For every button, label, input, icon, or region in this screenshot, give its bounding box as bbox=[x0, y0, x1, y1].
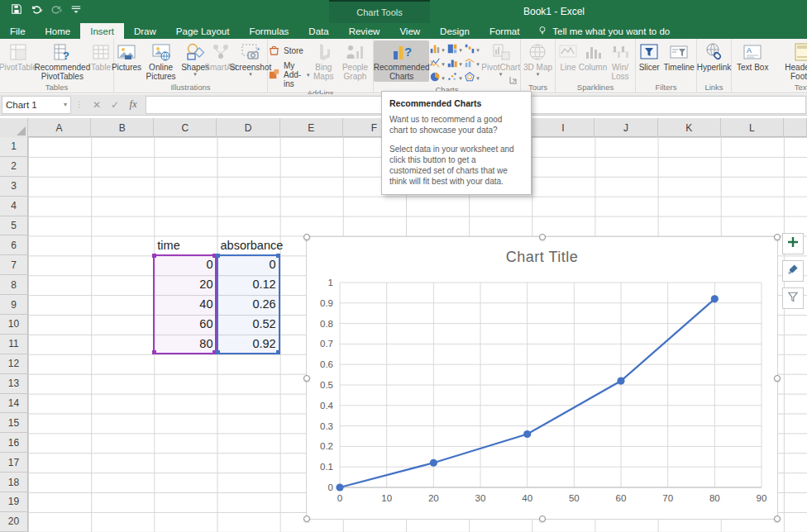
screenshot-button[interactable]: +Screenshot▾ bbox=[234, 40, 267, 78]
store-button[interactable]: Store bbox=[268, 44, 310, 58]
dialog-launcher-icon[interactable] bbox=[509, 73, 518, 82]
row-header-20[interactable]: 20 bbox=[0, 512, 28, 532]
insert-pie-chart-button[interactable]: ▾ bbox=[429, 71, 446, 85]
row-header-11[interactable]: 11 bbox=[0, 335, 28, 354]
tab-formulas[interactable]: Formulas bbox=[239, 23, 298, 39]
column-header-j[interactable]: J bbox=[595, 118, 657, 137]
row-header-4[interactable]: 4 bbox=[0, 197, 28, 216]
row-header-15[interactable]: 15 bbox=[0, 413, 28, 433]
tab-review[interactable]: Review bbox=[339, 23, 390, 39]
timeline-button[interactable]: Timeline bbox=[662, 40, 695, 73]
insert-treemap-chart-button[interactable]: ▾ bbox=[446, 43, 464, 57]
row-header-6[interactable]: 6 bbox=[0, 235, 28, 255]
row-header-10[interactable]: 10 bbox=[0, 315, 28, 335]
redo-button[interactable]: ▾ bbox=[48, 2, 64, 19]
cell-d9[interactable]: 0.26 bbox=[217, 295, 280, 315]
row-header-18[interactable]: 18 bbox=[0, 473, 28, 492]
row-header-1[interactable]: 1 bbox=[0, 137, 28, 157]
header-footer-button[interactable]: Header & Footer bbox=[773, 40, 807, 82]
selection-handle[interactable] bbox=[303, 515, 310, 522]
tab-draw[interactable]: Draw bbox=[124, 23, 166, 39]
row-header-19[interactable]: 19 bbox=[0, 492, 28, 512]
insert-combo-chart-button[interactable]: ▾ bbox=[464, 57, 481, 71]
column-header-e[interactable]: E bbox=[280, 118, 343, 137]
save-button[interactable] bbox=[8, 2, 25, 19]
tab-home[interactable]: Home bbox=[36, 23, 81, 39]
selection-handle[interactable] bbox=[774, 515, 781, 522]
chevron-down-icon[interactable]: ▾ bbox=[64, 101, 67, 108]
recommended-pivottables-button[interactable]: ?Recommended PivotTables bbox=[36, 40, 88, 82]
undo-button[interactable]: ▾ bbox=[28, 2, 45, 19]
pictures-button[interactable]: Pictures bbox=[114, 40, 139, 73]
row-header-13[interactable]: 13 bbox=[0, 374, 28, 394]
chart-title[interactable]: Chart Title bbox=[307, 249, 777, 266]
enter-check-icon[interactable]: ✓ bbox=[106, 96, 124, 114]
column-header-i[interactable]: I bbox=[532, 118, 595, 137]
column-header-c[interactable]: C bbox=[154, 118, 217, 137]
hyperlink-button[interactable]: Hyperlink bbox=[697, 40, 731, 73]
chart-elements-button[interactable] bbox=[782, 233, 804, 254]
insert-waterfall-chart-button[interactable]: ▾ bbox=[464, 43, 481, 57]
cancel-icon[interactable]: ✕ bbox=[88, 96, 106, 114]
cell-d10[interactable]: 0.52 bbox=[217, 315, 280, 335]
chart-object[interactable]: Chart Title 00.10.20.30.40.50.60.70.80.9… bbox=[306, 236, 778, 520]
selection-handle[interactable] bbox=[539, 234, 546, 240]
cell-c11[interactable]: 80 bbox=[154, 335, 217, 354]
shapes-button[interactable]: Shapes▾ bbox=[183, 40, 208, 78]
insert-function-icon[interactable]: fx bbox=[124, 96, 142, 114]
row-header-16[interactable]: 16 bbox=[0, 433, 28, 453]
cell-d6[interactable]: absorbance bbox=[217, 236, 280, 256]
select-all-button[interactable] bbox=[0, 118, 28, 137]
recommended-charts-button[interactable]: ?Recommended Charts bbox=[374, 40, 429, 82]
data-point-marker[interactable] bbox=[711, 295, 719, 302]
selection-handle[interactable] bbox=[303, 234, 310, 240]
tab-format[interactable]: Format bbox=[480, 23, 529, 39]
insert-radar-chart-button[interactable]: ▾ bbox=[464, 71, 481, 85]
tab-page-layout[interactable]: Page Layout bbox=[166, 23, 240, 39]
row-header-12[interactable]: 12 bbox=[0, 354, 28, 374]
insert-scatter-chart-button[interactable]: ▾ bbox=[446, 71, 464, 85]
tab-design[interactable]: Design bbox=[430, 23, 480, 39]
data-point-marker[interactable] bbox=[523, 430, 531, 438]
selection-handle[interactable] bbox=[774, 375, 781, 382]
cell-c7[interactable]: 0 bbox=[154, 255, 217, 275]
online-pictures-button[interactable]: Online Pictures bbox=[139, 40, 183, 82]
data-point-marker[interactable] bbox=[336, 483, 343, 491]
cell-c6[interactable]: time bbox=[154, 236, 217, 256]
selection-handle[interactable] bbox=[303, 375, 310, 382]
chart-filters-button[interactable] bbox=[782, 287, 804, 309]
cell-d8[interactable]: 0.12 bbox=[217, 275, 280, 295]
tell-me-box[interactable]: Tell me what you want to do bbox=[529, 23, 678, 39]
insert-column-chart-button[interactable]: ▾ bbox=[429, 43, 446, 57]
selection-handle[interactable] bbox=[539, 515, 546, 522]
slicer-button[interactable]: Slicer bbox=[637, 40, 661, 73]
column-header-k[interactable]: K bbox=[658, 118, 721, 137]
row-header-3[interactable]: 3 bbox=[0, 177, 28, 197]
cell-c8[interactable]: 20 bbox=[154, 275, 217, 295]
cell-d7[interactable]: 0 bbox=[217, 255, 280, 275]
customize-quick-access-toolbar-button[interactable] bbox=[68, 2, 84, 19]
column-header-b[interactable]: B bbox=[91, 118, 154, 137]
data-point-marker[interactable] bbox=[430, 459, 437, 467]
row-header-5[interactable]: 5 bbox=[0, 216, 28, 236]
selection-handle[interactable] bbox=[774, 234, 781, 240]
tab-insert[interactable]: Insert bbox=[80, 23, 124, 39]
name-box[interactable]: Chart 1 ▾ bbox=[2, 96, 71, 114]
row-header-14[interactable]: 14 bbox=[0, 394, 28, 414]
my-add-ins-button[interactable]: My Add-ins▾ bbox=[268, 61, 310, 88]
row-header-2[interactable]: 2 bbox=[0, 157, 28, 177]
tab-data[interactable]: Data bbox=[298, 23, 338, 39]
tab-file[interactable]: File bbox=[0, 23, 36, 39]
chart-styles-button[interactable] bbox=[782, 260, 804, 282]
row-header-8[interactable]: 8 bbox=[0, 275, 28, 295]
text-box-button[interactable]: AText Box bbox=[736, 40, 769, 73]
cell-d11[interactable]: 0.92 bbox=[217, 335, 280, 354]
data-point-marker[interactable] bbox=[617, 377, 624, 384]
cell-c9[interactable]: 40 bbox=[154, 295, 217, 315]
insert-bar-chart-button[interactable]: ▾ bbox=[446, 57, 464, 71]
tab-view[interactable]: View bbox=[389, 23, 430, 39]
cell-c10[interactable]: 60 bbox=[154, 315, 217, 335]
column-header-a[interactable]: A bbox=[28, 118, 91, 137]
row-header-7[interactable]: 7 bbox=[0, 255, 28, 275]
column-header-d[interactable]: D bbox=[217, 118, 279, 137]
